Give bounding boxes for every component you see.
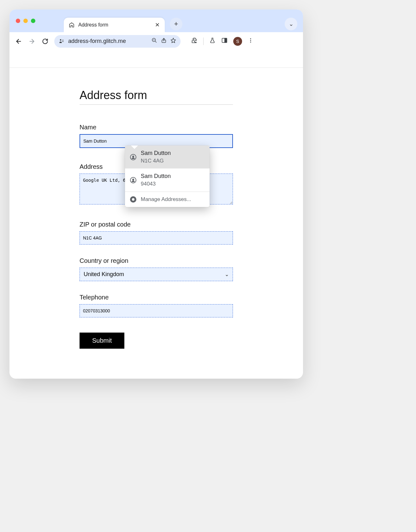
- tab-close-button[interactable]: ✕: [155, 21, 160, 28]
- country-select[interactable]: United Kingdom ⌄: [80, 268, 233, 281]
- back-button[interactable]: [15, 37, 23, 45]
- sidepanel-icon[interactable]: [221, 37, 228, 45]
- person-icon: [130, 154, 136, 160]
- chevron-down-icon: ⌄: [225, 271, 229, 277]
- window-close-button[interactable]: [16, 19, 20, 23]
- tab-title: Address form: [78, 22, 151, 28]
- submit-button[interactable]: Submit: [80, 333, 124, 349]
- labs-icon[interactable]: [209, 37, 216, 45]
- window-zoom-button[interactable]: [31, 19, 35, 23]
- share-icon[interactable]: [161, 38, 167, 45]
- page-title: Address form: [80, 89, 233, 105]
- toolbar-right: S: [191, 37, 253, 46]
- autofill-dropdown: Sam Dutton N1C 4AG Sam Dutton 94043 Mana…: [125, 145, 210, 207]
- browser-tab[interactable]: Address form ✕: [64, 18, 165, 32]
- autofill-item-sub: 94043: [141, 181, 171, 187]
- reload-button[interactable]: [41, 37, 49, 45]
- content-divider: [9, 68, 303, 68]
- svg-point-9: [250, 42, 251, 43]
- profile-avatar[interactable]: S: [233, 37, 242, 46]
- browser-window: Address form ✕ + ⌄ address-form.glitch.m…: [9, 9, 303, 379]
- window-controls: [16, 19, 35, 23]
- menu-kebab-icon[interactable]: [248, 38, 253, 45]
- telephone-field-block: Telephone: [80, 294, 233, 317]
- chrome-icon: [130, 196, 136, 203]
- tab-strip: Address form ✕ + ⌄: [9, 9, 303, 32]
- window-minimize-button[interactable]: [23, 19, 28, 23]
- manage-addresses-link[interactable]: Manage Addresses...: [125, 192, 210, 207]
- new-tab-button[interactable]: +: [170, 18, 182, 30]
- site-info-icon[interactable]: [59, 38, 64, 44]
- autofill-item-sub: N1C 4AG: [141, 158, 171, 164]
- svg-rect-6: [225, 38, 227, 42]
- country-field-block: Country or region United Kingdom ⌄: [80, 257, 233, 281]
- forward-button[interactable]: [28, 37, 36, 45]
- zoom-icon[interactable]: [152, 38, 157, 45]
- name-field-block: Name: [80, 124, 233, 148]
- toolbar-divider: [203, 38, 204, 45]
- page-content: Address form Name Address ZIP or postal …: [9, 89, 303, 358]
- zip-input[interactable]: [80, 231, 233, 245]
- autofill-item-name: Sam Dutton: [141, 173, 171, 180]
- telephone-label: Telephone: [80, 294, 233, 301]
- svg-rect-1: [62, 40, 64, 40]
- svg-point-7: [250, 38, 251, 39]
- zip-label: ZIP or postal code: [80, 221, 233, 228]
- manage-addresses-label: Manage Addresses...: [141, 196, 191, 203]
- address-bar[interactable]: address-form.glitch.me: [54, 35, 181, 48]
- zip-field-block: ZIP or postal code: [80, 221, 233, 245]
- country-value: United Kingdom: [84, 271, 124, 278]
- extensions-icon[interactable]: [191, 37, 198, 45]
- svg-rect-2: [62, 41, 64, 42]
- country-label: Country or region: [80, 257, 233, 264]
- telephone-input[interactable]: [80, 304, 233, 317]
- url-text: address-form.glitch.me: [68, 38, 126, 44]
- person-icon: [130, 177, 136, 183]
- tabs-dropdown-button[interactable]: ⌄: [285, 18, 297, 30]
- autofill-item[interactable]: Sam Dutton N1C 4AG: [125, 145, 210, 168]
- autofill-item[interactable]: Sam Dutton 94043: [125, 168, 210, 192]
- browser-toolbar: address-form.glitch.me S: [9, 32, 303, 50]
- name-label: Name: [80, 124, 233, 131]
- tab-favicon-icon: [69, 22, 74, 28]
- bookmark-star-icon[interactable]: [170, 38, 176, 45]
- svg-point-8: [250, 40, 251, 41]
- address-form: Address form Name Address ZIP or postal …: [80, 89, 233, 349]
- autofill-item-name: Sam Dutton: [141, 150, 171, 157]
- svg-point-0: [60, 39, 62, 41]
